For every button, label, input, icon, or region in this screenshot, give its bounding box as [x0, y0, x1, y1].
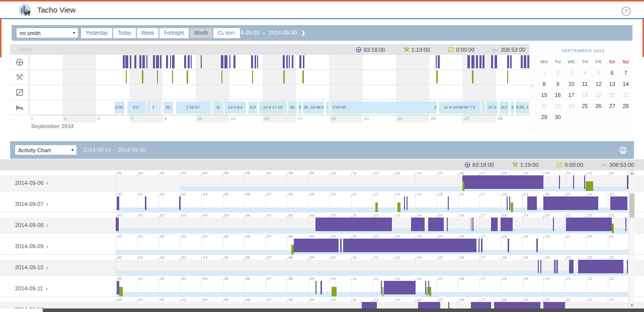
activity-row-label[interactable]: 2014-09-10› — [15, 260, 48, 275]
scroll-up-icon[interactable]: ▲ — [629, 170, 635, 176]
stat-driving: 83:18:00 — [356, 47, 385, 53]
expand-row-icon[interactable]: › — [46, 201, 48, 207]
hour-label: 01 — [139, 276, 143, 281]
calendar-date[interactable]: 17 — [565, 89, 578, 100]
stat-working-value: 1:19:00 — [520, 162, 539, 168]
driving-segment — [292, 55, 293, 68]
reset-button[interactable]: Reset — [18, 44, 32, 55]
calendar-date[interactable]: 28 — [619, 100, 632, 112]
hour-label: 21 — [567, 276, 571, 281]
next-range-icon[interactable]: ❯ — [301, 30, 305, 36]
range-button-yesterday[interactable]: Yesterday — [81, 28, 112, 38]
activity-row-label[interactable]: 2014-09-11› — [15, 281, 48, 296]
driving-bar — [553, 218, 554, 231]
rest-segment: 35: — [164, 101, 173, 114]
range-button-fortnight[interactable]: Fortnight — [159, 28, 188, 38]
calendar-week-row: 22232425262728 — [537, 100, 632, 112]
activity-row-label[interactable]: 2014-09-06› — [15, 175, 48, 191]
expand-row-icon[interactable]: › — [46, 223, 48, 228]
vertical-scrollbar[interactable]: ▲ ▼ — [628, 170, 635, 308]
calendar-date[interactable]: 6 — [605, 67, 619, 78]
calendar-date[interactable]: 30 — [551, 112, 565, 123]
availability-row-icon — [10, 85, 29, 100]
calendar-date[interactable]: 29 — [537, 112, 551, 123]
driving-bar — [543, 302, 565, 308]
calendar-date[interactable]: 27 — [605, 100, 619, 112]
calendar-collapse-icon[interactable]: › — [531, 81, 533, 89]
activity-row-label[interactable]: 2014-09-08› — [15, 218, 48, 233]
calendar-week-row: 891011121314 — [537, 78, 632, 89]
calendar-date[interactable]: 26 — [592, 100, 605, 112]
activity-row: 0001020304050607080910111213141516171819… — [0, 296, 644, 308]
driving-segment — [283, 55, 285, 68]
expand-row-icon[interactable]: › — [46, 286, 47, 291]
range-button-month[interactable]: Month — [190, 28, 213, 38]
expand-row-icon[interactable]: › — [46, 180, 48, 186]
steering-wheel-icon — [16, 58, 24, 66]
user-select-value: mr.smith — [20, 30, 41, 36]
calendar-date[interactable]: 12 — [592, 78, 605, 89]
working-segment — [472, 70, 473, 83]
chart-type-select[interactable]: Activity Chart ▾ — [15, 145, 76, 155]
hour-label: 21 — [567, 234, 571, 239]
prev-range-icon[interactable]: ❮ — [223, 30, 227, 36]
stat-driving-value: 83:18:00 — [364, 47, 385, 53]
working-segment — [252, 70, 254, 83]
user-select[interactable]: mr.smith ▾ — [17, 28, 78, 38]
driving-segment — [527, 55, 529, 68]
range-end: 2014-09-30 — [269, 30, 297, 36]
expand-row-icon[interactable]: › — [46, 244, 48, 249]
scrollbar-thumb[interactable] — [629, 193, 634, 218]
hour-label: 07 — [267, 192, 272, 196]
hour-label: 15 — [438, 276, 443, 281]
calendar-day-header: TU — [551, 56, 565, 67]
driving-segment — [139, 55, 141, 68]
scroll-down-icon[interactable]: ▼ — [629, 302, 635, 308]
calendar-date[interactable]: 7 — [619, 67, 632, 78]
calendar-date[interactable]: 14 — [619, 78, 632, 89]
hour-label: 23 — [609, 234, 614, 239]
page-title: Tacho View — [37, 2, 75, 18]
driving-bar — [428, 218, 444, 231]
range-button-today[interactable]: Today — [113, 28, 136, 38]
calendar-week-row: 15161718192021 — [537, 89, 632, 100]
driving-bar — [566, 218, 612, 231]
help-icon[interactable]: ? — [621, 7, 631, 16]
axis-tick: 29 — [498, 116, 503, 121]
driving-segment — [289, 55, 290, 68]
driving-segment — [255, 55, 256, 68]
working-bar — [586, 181, 593, 191]
hour-gridline — [116, 175, 116, 191]
calendar-date[interactable]: 8 — [537, 78, 551, 89]
hour-label: 10 — [331, 297, 336, 302]
hour-label: 18 — [502, 171, 507, 175]
driving-segment — [495, 55, 497, 68]
activity-band: 2014-09-11› — [0, 281, 644, 296]
print-button[interactable] — [618, 145, 628, 155]
range-button-week[interactable]: Week — [137, 28, 158, 38]
hour-label: 17 — [481, 234, 486, 239]
stat-availability: 0:00:00 — [556, 162, 583, 168]
hour-label: 17 — [481, 171, 486, 175]
calendar-date[interactable]: 11 — [578, 78, 592, 89]
hour-label: 02 — [160, 255, 165, 260]
driving-bar — [362, 302, 377, 308]
expand-row-icon[interactable]: › — [46, 265, 48, 270]
activity-row-label[interactable]: 2014-09-07› — [15, 196, 48, 212]
hour-label: 22 — [588, 192, 592, 196]
hour-label: 22 — [588, 297, 592, 302]
calendar-date[interactable]: 13 — [605, 78, 619, 89]
calendar-date[interactable]: 25 — [578, 100, 592, 112]
calendar-date[interactable]: 10 — [565, 78, 578, 89]
activity-row-label[interactable]: 2014-09-12› — [15, 302, 48, 308]
hour-label: 21 — [567, 255, 571, 260]
activity-date-range: 2014-09-01 – 2014-09-30 — [83, 141, 146, 159]
driving-segment — [257, 55, 258, 68]
activity-row-label[interactable]: 2014-09-09› — [15, 239, 48, 254]
calendar-date[interactable]: 16 — [551, 89, 565, 100]
hour-label: 20 — [545, 171, 549, 175]
hour-label: 20 — [545, 297, 549, 302]
calendar-date[interactable]: 15 — [537, 89, 551, 100]
hour-label: 05 — [224, 234, 229, 239]
calendar-date[interactable]: 9 — [551, 78, 565, 89]
